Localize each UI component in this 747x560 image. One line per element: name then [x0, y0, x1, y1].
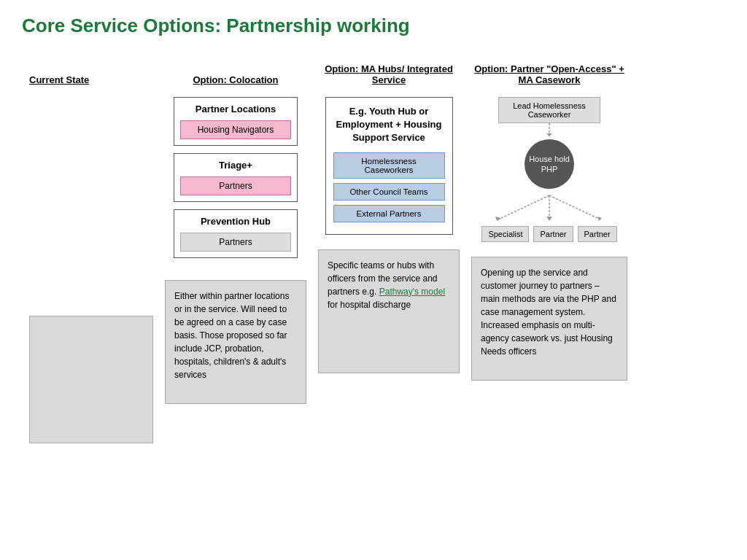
- external-partners-inner: External Partners: [333, 205, 445, 222]
- ma-hubs-desc-suffix: for hospital discharge: [328, 300, 411, 310]
- page-title: Core Service Options: Partnership workin…: [22, 15, 725, 37]
- ma-hubs-desc: Specific teams or hubs with officers fro…: [318, 249, 460, 373]
- partner1-box: Partner: [533, 226, 573, 242]
- pathways-model-link[interactable]: Pathway's model: [379, 287, 445, 297]
- prevention-hub-title: Prevention Hub: [180, 216, 291, 227]
- ma-hubs-box: E.g. Youth Hub or Employment + Housing S…: [325, 97, 453, 235]
- triage-partners-inner: Partners: [180, 176, 291, 195]
- arrow-down-1: [546, 123, 553, 136]
- svg-marker-1: [546, 133, 552, 136]
- bottom-boxes-row: Specialist Partner Partner: [481, 226, 616, 242]
- svg-line-2: [498, 195, 549, 219]
- prevention-hub-box: Prevention Hub Partners: [174, 209, 298, 258]
- homelessness-caseworkers-inner: Homelessness Caseworkers: [333, 152, 445, 179]
- ma-hubs-header: Option: MA Hubs/ Integrated Service: [318, 59, 460, 85]
- other-council-teams-inner: Other Council Teams: [333, 183, 445, 201]
- dashed-arrows-svg: [476, 192, 622, 225]
- specialist-box: Specialist: [481, 226, 529, 242]
- partner-open-desc: Opening up the service and customer jour…: [471, 257, 627, 381]
- ma-hubs-title: E.g. Youth Hub or Employment + Housing S…: [333, 105, 445, 145]
- svg-line-6: [549, 195, 600, 219]
- current-state-label: Current State: [29, 59, 89, 85]
- triage-title: Triage+: [180, 160, 291, 171]
- partner2-box: Partner: [578, 226, 617, 242]
- household-circle: House hold PHP: [525, 139, 574, 189]
- svg-marker-5: [546, 217, 552, 221]
- partner-locations-box: Partner Locations Housing Navigators: [174, 97, 298, 146]
- partner-locations-title: Partner Locations: [180, 104, 291, 114]
- colocation-desc: Either within partner locations or in th…: [165, 280, 306, 404]
- svg-marker-7: [597, 217, 602, 221]
- triage-box: Triage+ Partners: [174, 153, 298, 202]
- partner-open-container: Lead Homelessness Caseworker House hold …: [476, 97, 622, 242]
- current-state-box: [29, 316, 153, 443]
- housing-navigators-inner: Housing Navigators: [180, 120, 291, 139]
- colocation-header: Option: Colocation: [193, 59, 279, 85]
- svg-marker-3: [495, 217, 501, 221]
- partner-open-header: Option: Partner "Open-Access" + MA Casew…: [471, 59, 627, 85]
- prevention-hub-partners-inner: Partners: [180, 233, 291, 252]
- lead-homelessness-box: Lead Homelessness Caseworker: [498, 97, 600, 123]
